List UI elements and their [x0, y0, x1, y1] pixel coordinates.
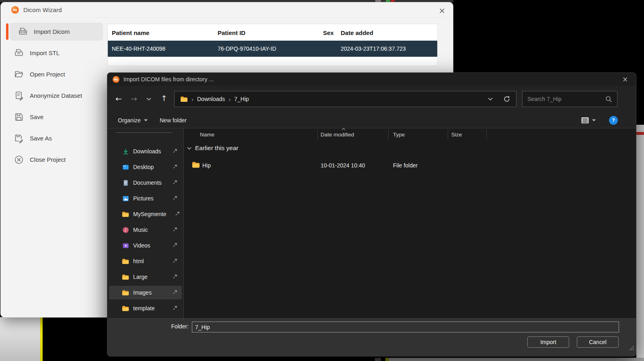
background-right-strip [636, 125, 644, 361]
address-bar[interactable]: › Downloads › 7_Hip [174, 91, 516, 107]
sidebar-item-label: Open Project [30, 71, 65, 78]
documents-icon [122, 179, 129, 186]
pin-icon [173, 305, 178, 311]
sidebar-item-open-project[interactable]: Open Project [10, 65, 103, 83]
help-button[interactable]: ? [609, 116, 618, 125]
sidebar-item-label: Save As [30, 135, 52, 142]
dialog-close-icon[interactable]: × [620, 74, 630, 84]
up-icon[interactable]: ↑ [161, 95, 167, 102]
organize-caret-icon [144, 119, 148, 122]
dialog-content: Downloads Desktop Documents [107, 128, 636, 318]
sidebar-item-label: Import Dicom [34, 28, 70, 35]
details-view-icon [581, 117, 589, 124]
search-icon[interactable] [605, 96, 612, 103]
group-header-earlier-this-year[interactable]: Earlier this year [187, 144, 239, 152]
sidebar-item-import-stl[interactable]: STL Import STL [10, 44, 103, 62]
file-type: File folder [393, 162, 418, 169]
yellow-edge-line [40, 317, 43, 361]
column-name[interactable]: Name [200, 132, 214, 138]
column-divider[interactable] [388, 130, 389, 139]
pin-icon [173, 274, 178, 280]
group-collapse-chevron-icon[interactable] [187, 147, 191, 150]
recent-locations-chevron-icon[interactable] [146, 97, 151, 101]
search-input[interactable] [527, 96, 605, 102]
folder-field-label: Folder: [169, 323, 189, 330]
pin-icon [175, 211, 180, 217]
breadcrumb-downloads[interactable]: Downloads [197, 96, 225, 102]
sidebar-item-label: Anonymize Dataset [30, 92, 82, 99]
quick-access-template[interactable]: template [109, 301, 182, 315]
breadcrumb-separator: › [191, 96, 193, 103]
search-box [522, 91, 617, 107]
back-icon[interactable]: ← [115, 95, 122, 103]
quick-access-videos[interactable]: Videos [109, 239, 182, 252]
group-header-label: Earlier this year [195, 144, 239, 152]
quick-access-label: Videos [133, 242, 150, 249]
open-folder-icon [14, 69, 24, 80]
new-folder-label: New folder [160, 117, 187, 124]
column-divider[interactable] [486, 130, 487, 139]
column-type[interactable]: Type [393, 132, 405, 138]
music-icon: ♪ [122, 226, 129, 233]
bottom-strip-olive-segment [385, 358, 389, 361]
view-mode-button[interactable] [581, 117, 596, 124]
quick-access-mysegmente[interactable]: MySegmente [109, 207, 182, 221]
address-dropdown-chevron-icon[interactable] [488, 97, 493, 101]
sidebar-item-save-as[interactable]: Save As [10, 129, 103, 147]
svg-text:STL: STL [17, 53, 21, 55]
breadcrumb-current-folder[interactable]: 7_Hip [234, 96, 249, 102]
sidebar-item-label: Import STL [30, 50, 60, 56]
quick-access-pane: Downloads Desktop Documents [107, 128, 184, 318]
forward-icon[interactable]: → [131, 95, 137, 103]
screen: My Dicom Wizard × DICOM Import Dicom STL… [0, 0, 644, 361]
quick-access-downloads[interactable]: Downloads [109, 144, 182, 158]
dialog-footer: Folder: Import Cancel [107, 318, 636, 357]
dialog-toolbar: Organize New folder ? [107, 112, 636, 128]
selected-accent-bar [6, 23, 8, 40]
column-divider[interactable] [448, 130, 448, 139]
column-size[interactable]: Size [451, 132, 462, 138]
pictures-icon [122, 195, 129, 202]
bottom-strip-purple-segment [375, 358, 381, 361]
file-row-hip[interactable]: Hip 10-01-2024 10:40 File folder [184, 158, 636, 173]
quick-access-music[interactable]: ♪ Music [109, 223, 182, 237]
document-edit-icon [14, 91, 24, 101]
floppy-edit-icon [14, 133, 24, 144]
bottom-strip-gray-segment [389, 358, 644, 361]
new-folder-button[interactable]: New folder [160, 117, 187, 124]
sidebar-item-close-project[interactable]: Close Project [10, 151, 103, 169]
resize-grip[interactable] [629, 346, 634, 351]
quick-access-images[interactable]: Images [109, 286, 182, 299]
file-name: Hip [202, 162, 211, 169]
quick-access-label: MySegmente [133, 211, 166, 217]
pin-icon [173, 195, 178, 202]
sidebar-item-import-dicom[interactable]: DICOM Import Dicom [10, 23, 103, 41]
sidebar-item-anonymize-dataset[interactable]: Anonymize Dataset [10, 87, 103, 105]
folder-name-input[interactable] [192, 322, 619, 332]
sidebar-item-save[interactable]: Save [10, 108, 103, 126]
quick-access-large[interactable]: Large [109, 270, 182, 284]
svg-text:DICOM: DICOM [20, 31, 26, 33]
folder-icon [122, 305, 129, 312]
quick-access-documents[interactable]: Documents [109, 176, 182, 190]
quick-access-desktop[interactable]: Desktop [109, 160, 182, 174]
dialog-titlebar: My Import DICOM files from directory ...… [107, 73, 636, 86]
quick-access-html[interactable]: html [109, 254, 182, 268]
quick-access-label: Desktop [133, 164, 154, 170]
wizard-close-icon[interactable]: × [437, 5, 447, 16]
cell-patient-name: NEE-40-RHT-240098 [112, 45, 165, 52]
import-button[interactable]: Import [527, 336, 569, 348]
circle-x-icon [14, 155, 24, 165]
pin-icon [173, 164, 178, 170]
column-date-modified[interactable]: Date modified [321, 132, 354, 138]
patient-table-row[interactable]: NEE-40-RHT-240098 76-DPQ-970410-IAY-ID 2… [108, 41, 437, 57]
refresh-icon[interactable] [503, 95, 510, 103]
organize-menu-button[interactable]: Organize [118, 117, 148, 124]
folder-icon [122, 258, 129, 265]
cancel-button[interactable]: Cancel [577, 336, 619, 348]
quick-access-pictures[interactable]: Pictures [109, 192, 182, 205]
help-icon: ? [609, 116, 618, 125]
videos-icon [122, 242, 129, 249]
view-mode-caret-icon [592, 119, 596, 122]
column-divider[interactable] [317, 130, 318, 139]
